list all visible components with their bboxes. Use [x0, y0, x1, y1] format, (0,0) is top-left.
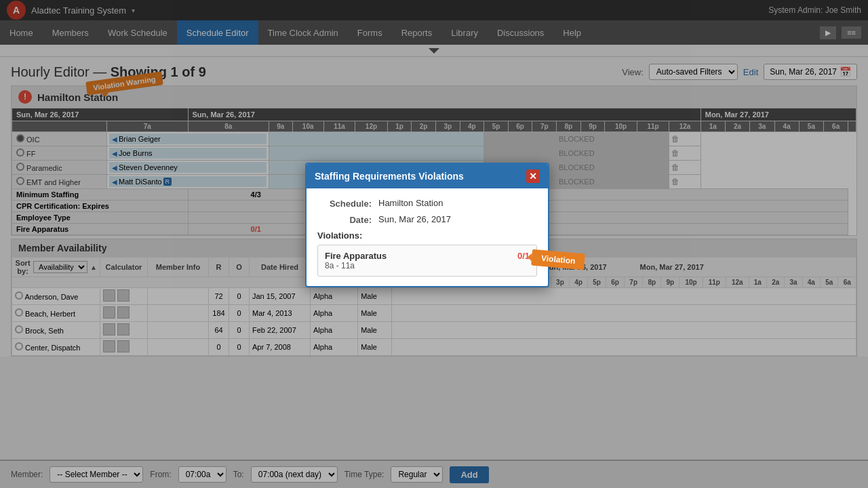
- time-8p: 8p: [557, 121, 581, 132]
- member-radio-brock[interactable]: [15, 325, 23, 333]
- violation-container: Fire Apparatus 8a - 11a 0/1 Violation: [317, 245, 537, 277]
- nav-members[interactable]: Members: [43, 20, 98, 45]
- oic-shift-block: [269, 132, 484, 146]
- schedule-row-ff: FF ◀ Joe Burns BLOCKED 🗑: [12, 146, 856, 161]
- view-label: View:: [622, 67, 644, 77]
- ff-shift-block: [269, 146, 484, 161]
- time-11a: 11a: [323, 121, 355, 132]
- footer: Member: -- Select Member -- From: 07:00a…: [0, 460, 868, 488]
- member-info-anderson: [148, 288, 209, 305]
- dropdown-arrow-icon[interactable]: ▾: [132, 7, 135, 14]
- paramedic-prev-arrow[interactable]: ◀: [112, 164, 117, 171]
- emt-trash[interactable]: 🗑: [669, 175, 701, 189]
- modal-schedule-field: Schedule: Hamilton Station: [317, 198, 537, 209]
- oic-person-cell: ◀ Brian Geiger: [107, 132, 269, 146]
- view-select[interactable]: Auto-saved Filters: [649, 64, 738, 80]
- edit-link[interactable]: Edit: [743, 67, 758, 77]
- member-radio-center[interactable]: [15, 342, 23, 350]
- oic-prev-arrow[interactable]: ◀: [112, 136, 117, 143]
- station-current-date-header: Sun, Mar 26, 2017: [12, 108, 189, 121]
- avail-time-2a: 2a: [767, 277, 785, 288]
- editor-controls: View: Auto-saved Filters Edit Sun, Mar 2…: [622, 64, 857, 80]
- member-radio-beach[interactable]: [15, 308, 23, 317]
- role-radio-ff[interactable]: [16, 148, 24, 157]
- member-r-center: 0: [209, 339, 229, 356]
- emt-prev-arrow[interactable]: ◀: [112, 178, 117, 186]
- role-col-header: [12, 121, 107, 132]
- footer-to-label: To:: [233, 470, 244, 479]
- sort-select[interactable]: Availability: [33, 261, 87, 273]
- nav-help[interactable]: Help: [553, 20, 591, 45]
- nav-play-button[interactable]: ▶: [820, 26, 836, 39]
- thumb-img-anderson: [103, 289, 115, 302]
- time-9p: 9p: [580, 121, 605, 132]
- calendar-icon[interactable]: 📅: [840, 66, 851, 77]
- member-name-brock: Brock, Seth: [12, 322, 100, 339]
- modal-close-button[interactable]: ✕: [526, 169, 540, 183]
- violation-icon: !: [18, 90, 32, 104]
- member-schedule-anderson: [392, 288, 856, 305]
- time-8a: 8a: [188, 121, 269, 132]
- station-header: Violation Warning ! Hamilton Station: [12, 86, 856, 108]
- footer-add-button[interactable]: Add: [450, 466, 488, 483]
- member-info-center: [148, 339, 209, 356]
- nav-schedule-editor[interactable]: Schedule Editor: [177, 20, 258, 45]
- member-schedule-beach: [392, 305, 856, 322]
- avail-time-10p: 10p: [679, 277, 703, 288]
- time-12p: 12p: [355, 121, 388, 132]
- station-next-date-header: Mon, Mar 27, 2017: [701, 108, 856, 121]
- avail-time-7p: 7p: [625, 277, 643, 288]
- member-info-brock: [148, 322, 209, 339]
- sort-asc-arrow[interactable]: ▲: [90, 264, 97, 271]
- nav-reports[interactable]: Reports: [392, 20, 442, 45]
- role-radio-oic[interactable]: [16, 134, 24, 142]
- role-emt: EMT and Higher: [12, 175, 107, 189]
- avail-time-8p: 8p: [643, 277, 661, 288]
- role-radio-paramedic[interactable]: [16, 163, 24, 171]
- oic-trash[interactable]: 🗑: [669, 132, 701, 146]
- nav-time-clock-admin[interactable]: Time Clock Admin: [258, 20, 348, 45]
- nav-extra-button[interactable]: ≡≡: [842, 26, 861, 39]
- member-date-beach: Mar 4, 2013: [250, 305, 311, 322]
- avail-time-11p: 11p: [703, 277, 726, 288]
- footer-member-label: Member:: [11, 470, 43, 479]
- ff-prev-arrow[interactable]: ◀: [112, 150, 117, 157]
- nav-work-schedule[interactable]: Work Schedule: [98, 20, 177, 45]
- violation-box: Fire Apparatus 8a - 11a 0/1: [317, 245, 537, 277]
- footer-from-select[interactable]: 07:00a: [178, 466, 226, 483]
- modal-date-value: Sun, Mar 26, 2017: [378, 214, 451, 224]
- footer-time-type-select[interactable]: Regular: [391, 466, 443, 483]
- ff-person-name: Joe Burns: [119, 149, 153, 157]
- member-radio-anderson[interactable]: [15, 291, 23, 300]
- ff-person-cell: ◀ Joe Burns: [107, 146, 269, 161]
- time-1p: 1p: [387, 121, 412, 132]
- subheader-triangle-icon: [429, 48, 439, 54]
- role-radio-emt[interactable]: [16, 177, 24, 185]
- staffing-violations-modal: Staffing Requirements Violations ✕ Sched…: [305, 163, 549, 287]
- nav-discussions[interactable]: Discussions: [488, 20, 553, 45]
- avail-time-9p: 9p: [661, 277, 679, 288]
- emt-person-cell: ◀ Matt DiSanto R: [107, 175, 269, 189]
- time-7p: 7p: [532, 121, 557, 132]
- avail-time-5a: 5a: [821, 277, 838, 288]
- member-r-beach: 184: [209, 305, 229, 322]
- ff-trash[interactable]: 🗑: [669, 146, 701, 161]
- member-calc-anderson: [100, 288, 148, 305]
- nav-forms[interactable]: Forms: [348, 20, 392, 45]
- col-date-hired: Date Hired: [250, 258, 311, 277]
- member-r-anderson: 72: [209, 288, 229, 305]
- avail-time-3a: 3a: [785, 277, 802, 288]
- paramedic-trash[interactable]: 🗑: [669, 161, 701, 175]
- footer-member-select[interactable]: -- Select Member --: [50, 466, 143, 483]
- member-name-anderson: Anderson, Dave: [12, 288, 100, 305]
- violations-section-label: Violations:: [317, 230, 537, 241]
- modal-schedule-label: Schedule:: [317, 198, 372, 209]
- modal-schedule-value: Hamilton Station: [378, 198, 443, 208]
- modal-header: Staffing Requirements Violations ✕: [307, 164, 548, 188]
- member-row-anderson: Anderson, Dave 72 0 Jan 15, 2007 Alpha M…: [12, 288, 856, 305]
- footer-to-select[interactable]: 07:00a (next day): [251, 466, 338, 483]
- oic-person-name: Brian Geiger: [119, 135, 161, 143]
- member-o-anderson: 0: [229, 288, 250, 305]
- nav-library[interactable]: Library: [441, 20, 488, 45]
- nav-home[interactable]: Home: [0, 20, 43, 45]
